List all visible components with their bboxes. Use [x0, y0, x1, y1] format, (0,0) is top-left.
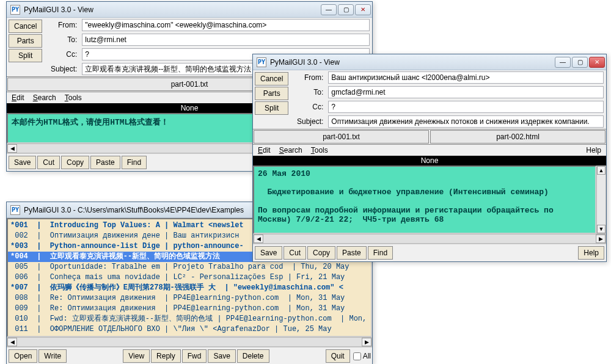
- copy-button[interactable]: Copy: [307, 246, 335, 260]
- fwd-button[interactable]: Fwd: [182, 349, 207, 363]
- app-icon: PY: [257, 57, 266, 67]
- close-button[interactable]: ✕: [589, 57, 605, 68]
- scroll-left-icon[interactable]: ◀: [254, 235, 263, 243]
- menu-tools[interactable]: Tools: [65, 93, 82, 102]
- list-row[interactable]: 011 | ОФОРМЛЕНИЕ ОТДЕЛЬНОГО ВХО | \"Лия …: [8, 324, 371, 335]
- from-label: From:: [46, 21, 79, 29]
- list-row[interactable]: 009 | Re: Оптимизация движения | PP4E@le…: [8, 304, 371, 314]
- from-field[interactable]: [328, 71, 604, 84]
- delete-button[interactable]: Delete: [237, 349, 269, 363]
- all-checkbox[interactable]: All: [353, 349, 371, 363]
- subject-label: Subject:: [46, 65, 79, 73]
- to-field[interactable]: [328, 86, 604, 98]
- cancel-button[interactable]: Cancel: [9, 20, 42, 33]
- part-button-2[interactable]: part-002.html: [430, 130, 606, 144]
- subject-label: Subject:: [293, 117, 326, 126]
- minimize-button[interactable]: —: [555, 57, 571, 68]
- list-row[interactable]: 010 | Fwd: 立即观看泰克演讲视频--新型、简明的色域 | PP4E@l…: [8, 314, 371, 324]
- save-button[interactable]: Save: [9, 156, 36, 169]
- scroll-left-icon[interactable]: ◀: [7, 338, 17, 346]
- to-label: To:: [293, 88, 326, 96]
- scroll-down-icon[interactable]: ▼: [597, 225, 606, 233]
- parts-button[interactable]: Parts: [9, 34, 42, 48]
- paste-button[interactable]: Paste: [337, 246, 367, 260]
- from-field[interactable]: [82, 19, 370, 31]
- to-label: To:: [46, 35, 79, 44]
- find-button[interactable]: Find: [368, 246, 393, 260]
- horizontal-scrollbar[interactable]: ◀ ▶: [253, 234, 606, 244]
- scroll-right-icon[interactable]: ▶: [362, 338, 371, 346]
- cc-label: Cc:: [293, 103, 326, 111]
- menu-search[interactable]: Search: [279, 146, 302, 155]
- all-checkbox-input[interactable]: [353, 352, 361, 360]
- find-button[interactable]: Find: [122, 156, 147, 169]
- reply-button[interactable]: Reply: [151, 349, 181, 363]
- menu-edit[interactable]: Edit: [12, 93, 24, 102]
- view-window-2: PY PyMailGUI 3.0 - View — ▢ ✕ Cancel Par…: [252, 54, 607, 262]
- cc-label: Cc:: [46, 50, 79, 59]
- menu-search[interactable]: Search: [33, 93, 56, 102]
- titlebar[interactable]: PY PyMailGUI 3.0 - View — ▢ ✕: [7, 2, 372, 18]
- copy-button[interactable]: Copy: [61, 156, 89, 169]
- to-field[interactable]: [82, 34, 370, 46]
- save-button[interactable]: Save: [255, 246, 282, 260]
- horizontal-scrollbar[interactable]: ◀ ▶: [7, 337, 372, 347]
- scroll-left-icon[interactable]: ◀: [7, 144, 17, 153]
- save-button[interactable]: Save: [208, 349, 235, 363]
- maximize-button[interactable]: ▢: [338, 4, 354, 15]
- minimize-button[interactable]: —: [321, 4, 337, 15]
- paste-button[interactable]: Paste: [90, 156, 120, 169]
- window-title: PyMailGUI 3.0 - View: [24, 5, 321, 14]
- list-row[interactable]: *007 | 依玛狮《传播与制作》E周刊第278期-强强联手 大 | "ewee…: [8, 283, 371, 293]
- all-checkbox-label: All: [363, 352, 371, 360]
- close-button[interactable]: ✕: [355, 4, 371, 15]
- app-icon: PY: [10, 5, 20, 15]
- menu-help[interactable]: Help: [586, 146, 601, 155]
- window-title: PyMailGUI 3.0 - View: [270, 58, 555, 67]
- view-button[interactable]: View: [123, 349, 150, 363]
- scroll-up-icon[interactable]: ▲: [597, 166, 606, 175]
- cut-button[interactable]: Cut: [37, 156, 60, 169]
- cut-button[interactable]: Cut: [284, 246, 306, 260]
- status-bar: None: [253, 156, 606, 166]
- vertical-scrollbar[interactable]: ▲ ▼: [596, 166, 606, 234]
- cancel-button[interactable]: Cancel: [255, 72, 288, 86]
- maximize-button[interactable]: ▢: [572, 57, 588, 68]
- list-row[interactable]: 008 | Re: Оптимизация движения | PP4E@le…: [8, 293, 371, 304]
- app-icon: PY: [10, 205, 20, 215]
- scroll-right-icon[interactable]: ▶: [596, 235, 606, 243]
- titlebar[interactable]: PY PyMailGUI 3.0 - View — ▢ ✕: [253, 54, 606, 70]
- from-label: From:: [293, 73, 326, 82]
- menu-tools[interactable]: Tools: [311, 146, 328, 155]
- part-button-1[interactable]: part-001.txt: [254, 130, 429, 144]
- list-row[interactable]: 006 | Conheça mais uma novidade | LC² - …: [8, 272, 371, 283]
- message-body[interactable]: 26 Мая 2010 Бюджетирование и бюджетное у…: [253, 166, 596, 234]
- parts-button[interactable]: Parts: [255, 87, 288, 100]
- cc-field[interactable]: [328, 101, 604, 113]
- subject-field[interactable]: [328, 115, 604, 128]
- split-button[interactable]: Split: [9, 49, 42, 62]
- open-button[interactable]: Open: [9, 349, 37, 363]
- quit-button[interactable]: Quit: [326, 349, 350, 363]
- write-button[interactable]: Write: [38, 349, 67, 363]
- split-button[interactable]: Split: [255, 101, 288, 115]
- menu-edit[interactable]: Edit: [258, 146, 271, 155]
- list-row[interactable]: 005 | Oportunidade: Trabalhe em | Projet…: [8, 262, 371, 272]
- help-button[interactable]: Help: [578, 246, 604, 260]
